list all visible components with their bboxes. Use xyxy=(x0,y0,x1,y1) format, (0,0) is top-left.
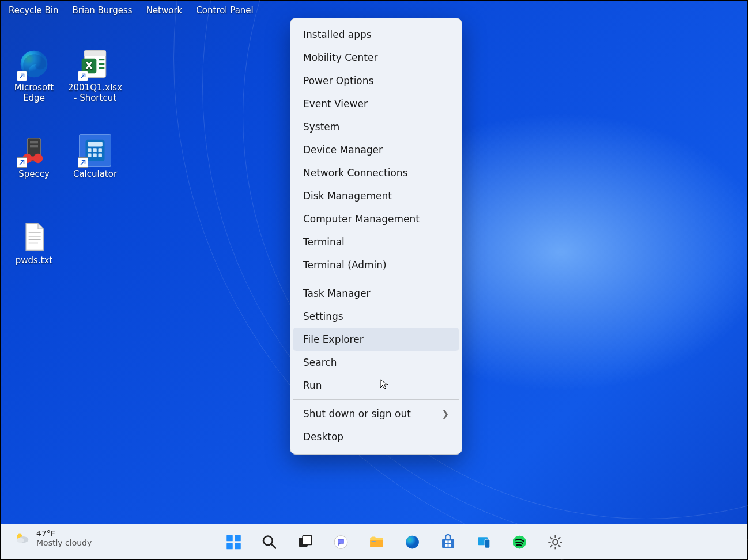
svg-rect-16 xyxy=(88,142,103,146)
desktop-icon-recycle-bin[interactable]: Recycle Bin xyxy=(9,5,58,16)
edge-icon xyxy=(18,48,50,80)
svg-rect-20 xyxy=(88,154,91,157)
svg-rect-14 xyxy=(27,157,38,161)
icon-label: pwds.txt xyxy=(16,255,53,266)
desktop[interactable]: Recycle Bin Brian Burgess Network Contro… xyxy=(0,0,748,560)
menu-item-search[interactable]: Search xyxy=(293,351,459,374)
weather-icon xyxy=(13,529,31,547)
menu-item-task-manager[interactable]: Task Manager xyxy=(293,282,459,305)
svg-rect-31 xyxy=(235,535,241,541)
calculator-icon xyxy=(79,134,111,167)
menu-item-shut-down-sign-out[interactable]: Shut down or sign out ❯ xyxy=(293,402,459,425)
svg-line-57 xyxy=(558,545,561,547)
start-button[interactable] xyxy=(224,532,244,552)
menu-item-device-manager[interactable]: Device Manager xyxy=(293,138,459,161)
svg-rect-21 xyxy=(93,154,96,157)
svg-point-29 xyxy=(17,538,24,543)
desktop-icon-edge[interactable]: Microsoft Edge xyxy=(6,48,62,103)
menu-separator xyxy=(293,279,459,279)
desktop-icon-text-file[interactable]: pwds.txt xyxy=(6,221,62,266)
shortcut-arrow-icon xyxy=(78,157,88,168)
svg-rect-46 xyxy=(445,544,447,546)
menu-item-mobility-center[interactable]: Mobility Center xyxy=(293,46,459,69)
shortcut-arrow-icon xyxy=(17,71,27,81)
weather-desc: Mostly cloudy xyxy=(36,538,92,547)
start-icon xyxy=(226,534,242,550)
svg-rect-39 xyxy=(338,539,344,543)
file-explorer-button[interactable] xyxy=(367,532,387,552)
desktop-icon-user-folder[interactable]: Brian Burgess xyxy=(72,5,132,16)
taskbar: 47°F Mostly cloudy xyxy=(1,524,747,559)
svg-text:X: X xyxy=(85,60,93,71)
svg-rect-17 xyxy=(88,148,91,152)
desktop-top-row: Recycle Bin Brian Burgess Network Contro… xyxy=(9,5,254,16)
svg-rect-45 xyxy=(448,540,451,543)
microsoft-store-button[interactable] xyxy=(439,532,458,552)
shortcut-arrow-icon xyxy=(78,71,88,81)
menu-item-terminal-admin[interactable]: Terminal (Admin) xyxy=(293,253,459,277)
text-file-icon xyxy=(18,221,50,253)
svg-line-35 xyxy=(271,544,275,548)
menu-item-terminal[interactable]: Terminal xyxy=(293,230,459,253)
menu-item-disk-management[interactable]: Disk Management xyxy=(293,184,459,207)
search-button[interactable] xyxy=(260,532,279,552)
icon-label: Calculator xyxy=(73,169,117,179)
svg-rect-44 xyxy=(445,540,447,543)
shortcut-arrow-icon xyxy=(17,157,27,168)
excel-file-icon: X xyxy=(79,48,111,80)
taskbar-center-icons xyxy=(224,532,565,552)
edge-taskbar-button[interactable] xyxy=(403,532,422,552)
chat-icon xyxy=(333,534,349,550)
search-icon xyxy=(262,534,278,550)
desktop-icon-control-panel[interactable]: Control Panel xyxy=(196,5,253,16)
desktop-icon-speccy[interactable]: Speccy xyxy=(6,134,62,179)
store-icon xyxy=(440,534,456,550)
menu-item-network-connections[interactable]: Network Connections xyxy=(293,161,459,184)
spotify-button[interactable] xyxy=(510,532,530,552)
svg-line-58 xyxy=(558,537,561,539)
svg-rect-32 xyxy=(226,543,233,549)
svg-rect-10 xyxy=(30,141,38,144)
explorer-icon xyxy=(369,534,385,550)
weather-temp: 47°F xyxy=(36,529,92,538)
icon-label: Microsoft Edge xyxy=(6,82,62,103)
menu-item-run[interactable]: Run xyxy=(293,374,459,397)
menu-item-file-explorer[interactable]: File Explorer xyxy=(293,328,459,351)
speccy-icon xyxy=(18,134,50,167)
icon-label: 2001Q1.xlsx - Shortcut xyxy=(67,82,123,103)
desktop-icon-calculator[interactable]: Calculator xyxy=(67,134,123,179)
menu-item-computer-management[interactable]: Computer Management xyxy=(293,207,459,230)
menu-item-event-viewer[interactable]: Event Viewer xyxy=(293,92,459,115)
svg-rect-37 xyxy=(303,535,312,544)
menu-separator xyxy=(293,399,459,400)
menu-item-settings[interactable]: Settings xyxy=(293,305,459,328)
taskbar-weather-widget[interactable]: 47°F Mostly cloudy xyxy=(13,529,92,547)
winx-context-menu: Installed apps Mobility Center Power Opt… xyxy=(290,18,462,455)
your-phone-icon xyxy=(476,534,492,550)
svg-rect-19 xyxy=(99,148,102,152)
svg-rect-43 xyxy=(442,538,454,548)
icon-label: Speccy xyxy=(18,169,50,179)
svg-line-59 xyxy=(550,545,553,547)
edge-icon xyxy=(405,534,421,550)
your-phone-button[interactable] xyxy=(474,532,494,552)
svg-rect-47 xyxy=(448,544,451,546)
svg-rect-33 xyxy=(235,543,241,549)
svg-rect-22 xyxy=(99,154,102,157)
chevron-right-icon: ❯ xyxy=(441,408,449,419)
settings-icon xyxy=(547,534,564,550)
task-view-button[interactable] xyxy=(296,532,315,552)
menu-item-power-options[interactable]: Power Options xyxy=(293,69,459,92)
chat-button[interactable] xyxy=(331,532,351,552)
desktop-icon-excel-shortcut[interactable]: X 2001Q1.xlsx - Shortcut xyxy=(67,48,123,103)
settings-button[interactable] xyxy=(546,532,565,552)
menu-item-system[interactable]: System xyxy=(293,115,459,138)
menu-item-installed-apps[interactable]: Installed apps xyxy=(293,23,459,46)
desktop-icon-network[interactable]: Network xyxy=(146,5,183,16)
spotify-icon xyxy=(512,534,528,550)
menu-item-desktop[interactable]: Desktop xyxy=(293,425,459,448)
svg-rect-41 xyxy=(372,541,376,542)
svg-line-56 xyxy=(550,537,553,539)
svg-point-51 xyxy=(553,539,558,544)
svg-rect-11 xyxy=(30,145,38,148)
